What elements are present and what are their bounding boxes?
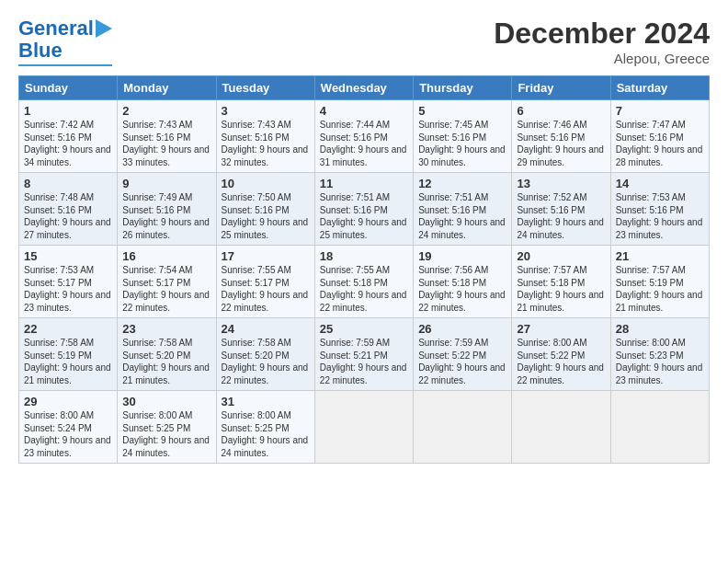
day-cell: 30Sunrise: 8:00 AMSunset: 5:25 PMDayligh… <box>118 391 216 464</box>
day-cell: 24Sunrise: 7:58 AMSunset: 5:20 PMDayligh… <box>216 318 314 391</box>
day-number: 25 <box>320 322 408 336</box>
day-info: Sunrise: 8:00 AMSunset: 5:22 PMDaylight:… <box>517 338 604 385</box>
logo: General Blue <box>18 17 112 66</box>
day-info: Sunrise: 7:48 AMSunset: 5:16 PMDaylight:… <box>24 192 111 240</box>
day-cell <box>314 391 413 464</box>
day-number: 16 <box>122 249 210 263</box>
day-info: Sunrise: 7:46 AMSunset: 5:16 PMDaylight:… <box>517 120 604 167</box>
day-cell: 12Sunrise: 7:51 AMSunset: 5:16 PMDayligh… <box>414 173 512 246</box>
day-info: Sunrise: 8:00 AMSunset: 5:23 PMDaylight:… <box>616 338 703 385</box>
logo-underline <box>18 64 112 66</box>
day-info: Sunrise: 7:57 AMSunset: 5:19 PMDaylight:… <box>616 265 703 313</box>
day-number: 9 <box>122 177 210 190</box>
day-number: 12 <box>418 177 506 190</box>
day-info: Sunrise: 7:58 AMSunset: 5:20 PMDaylight:… <box>122 338 210 385</box>
day-info: Sunrise: 7:58 AMSunset: 5:20 PMDaylight:… <box>222 338 309 385</box>
day-number: 2 <box>122 104 210 118</box>
day-cell: 16Sunrise: 7:54 AMSunset: 5:17 PMDayligh… <box>118 246 216 318</box>
day-cell: 19Sunrise: 7:56 AMSunset: 5:18 PMDayligh… <box>414 246 512 318</box>
day-number: 21 <box>616 249 704 263</box>
day-info: Sunrise: 7:55 AMSunset: 5:18 PMDaylight:… <box>320 265 407 313</box>
day-info: Sunrise: 8:00 AMSunset: 5:25 PMDaylight:… <box>222 410 309 458</box>
col-header-wednesday: Wednesday <box>314 76 413 100</box>
day-cell: 25Sunrise: 7:59 AMSunset: 5:21 PMDayligh… <box>314 318 413 391</box>
day-number: 31 <box>222 395 310 408</box>
day-info: Sunrise: 7:47 AMSunset: 5:16 PMDaylight:… <box>616 120 703 167</box>
day-cell: 11Sunrise: 7:51 AMSunset: 5:16 PMDayligh… <box>314 173 413 246</box>
col-header-saturday: Saturday <box>610 76 709 100</box>
day-number: 28 <box>616 322 704 336</box>
day-info: Sunrise: 7:50 AMSunset: 5:16 PMDaylight:… <box>222 192 309 240</box>
day-cell: 26Sunrise: 7:59 AMSunset: 5:22 PMDayligh… <box>414 318 512 391</box>
day-info: Sunrise: 7:59 AMSunset: 5:22 PMDaylight:… <box>418 338 506 385</box>
day-number: 1 <box>24 104 112 118</box>
day-info: Sunrise: 7:59 AMSunset: 5:21 PMDaylight:… <box>320 338 407 385</box>
day-number: 10 <box>222 177 310 190</box>
week-row-3: 15Sunrise: 7:53 AMSunset: 5:17 PMDayligh… <box>19 246 710 318</box>
day-cell: 20Sunrise: 7:57 AMSunset: 5:18 PMDayligh… <box>512 246 610 318</box>
day-number: 29 <box>24 395 112 408</box>
day-cell: 28Sunrise: 8:00 AMSunset: 5:23 PMDayligh… <box>610 318 709 391</box>
day-number: 8 <box>24 177 112 190</box>
day-number: 14 <box>616 177 704 190</box>
day-cell: 10Sunrise: 7:50 AMSunset: 5:16 PMDayligh… <box>216 173 314 246</box>
day-cell <box>512 391 610 464</box>
day-number: 11 <box>320 177 408 190</box>
day-number: 17 <box>222 249 310 263</box>
day-number: 23 <box>122 322 210 336</box>
week-row-2: 8Sunrise: 7:48 AMSunset: 5:16 PMDaylight… <box>19 173 710 246</box>
day-cell: 31Sunrise: 8:00 AMSunset: 5:25 PMDayligh… <box>216 391 314 464</box>
week-row-5: 29Sunrise: 8:00 AMSunset: 5:24 PMDayligh… <box>19 391 710 464</box>
day-info: Sunrise: 7:58 AMSunset: 5:19 PMDaylight:… <box>24 338 111 385</box>
col-header-thursday: Thursday <box>414 76 512 100</box>
day-number: 13 <box>517 177 605 190</box>
day-cell <box>414 391 512 464</box>
day-info: Sunrise: 7:42 AMSunset: 5:16 PMDaylight:… <box>24 120 111 167</box>
day-info: Sunrise: 7:51 AMSunset: 5:16 PMDaylight:… <box>320 192 407 240</box>
calendar-table: SundayMondayTuesdayWednesdayThursdayFrid… <box>18 75 710 464</box>
day-cell: 7Sunrise: 7:47 AMSunset: 5:16 PMDaylight… <box>610 100 709 173</box>
col-header-friday: Friday <box>512 76 610 100</box>
day-number: 4 <box>320 104 408 118</box>
day-cell: 15Sunrise: 7:53 AMSunset: 5:17 PMDayligh… <box>19 246 118 318</box>
logo-blue: Blue <box>18 39 63 63</box>
day-info: Sunrise: 7:57 AMSunset: 5:18 PMDaylight:… <box>517 265 604 313</box>
day-number: 7 <box>616 104 704 118</box>
day-cell: 29Sunrise: 8:00 AMSunset: 5:24 PMDayligh… <box>19 391 118 464</box>
day-number: 6 <box>517 104 605 118</box>
day-info: Sunrise: 7:45 AMSunset: 5:16 PMDaylight:… <box>418 120 506 167</box>
day-number: 27 <box>517 322 605 336</box>
page-header: General Blue December 2024 Alepou, Greec… <box>18 17 710 66</box>
day-info: Sunrise: 7:44 AMSunset: 5:16 PMDaylight:… <box>320 120 407 167</box>
day-cell: 23Sunrise: 7:58 AMSunset: 5:20 PMDayligh… <box>118 318 216 391</box>
day-number: 19 <box>418 249 506 263</box>
day-number: 3 <box>222 104 310 118</box>
day-info: Sunrise: 7:54 AMSunset: 5:17 PMDaylight:… <box>122 265 210 313</box>
logo-general: General <box>18 17 94 40</box>
day-number: 22 <box>24 322 112 336</box>
day-info: Sunrise: 7:52 AMSunset: 5:16 PMDaylight:… <box>517 192 604 240</box>
day-cell: 4Sunrise: 7:44 AMSunset: 5:16 PMDaylight… <box>314 100 413 173</box>
day-info: Sunrise: 7:51 AMSunset: 5:16 PMDaylight:… <box>418 192 506 240</box>
day-cell: 27Sunrise: 8:00 AMSunset: 5:22 PMDayligh… <box>512 318 610 391</box>
col-header-monday: Monday <box>118 76 216 100</box>
week-row-1: 1Sunrise: 7:42 AMSunset: 5:16 PMDaylight… <box>19 100 710 173</box>
day-info: Sunrise: 7:43 AMSunset: 5:16 PMDaylight:… <box>222 120 309 167</box>
day-number: 30 <box>122 395 210 408</box>
calendar-header-row: SundayMondayTuesdayWednesdayThursdayFrid… <box>19 76 710 100</box>
day-cell: 21Sunrise: 7:57 AMSunset: 5:19 PMDayligh… <box>610 246 709 318</box>
day-info: Sunrise: 7:53 AMSunset: 5:16 PMDaylight:… <box>616 192 703 240</box>
day-cell: 9Sunrise: 7:49 AMSunset: 5:16 PMDaylight… <box>118 173 216 246</box>
day-cell: 14Sunrise: 7:53 AMSunset: 5:16 PMDayligh… <box>610 173 709 246</box>
day-info: Sunrise: 7:49 AMSunset: 5:16 PMDaylight:… <box>122 192 210 240</box>
day-cell: 17Sunrise: 7:55 AMSunset: 5:17 PMDayligh… <box>216 246 314 318</box>
day-cell: 18Sunrise: 7:55 AMSunset: 5:18 PMDayligh… <box>314 246 413 318</box>
day-cell: 6Sunrise: 7:46 AMSunset: 5:16 PMDaylight… <box>512 100 610 173</box>
day-info: Sunrise: 7:43 AMSunset: 5:16 PMDaylight:… <box>122 120 210 167</box>
day-number: 5 <box>418 104 506 118</box>
day-number: 24 <box>222 322 310 336</box>
col-header-tuesday: Tuesday <box>216 76 314 100</box>
day-cell: 1Sunrise: 7:42 AMSunset: 5:16 PMDaylight… <box>19 100 118 173</box>
day-number: 20 <box>517 249 605 263</box>
day-info: Sunrise: 8:00 AMSunset: 5:24 PMDaylight:… <box>24 410 111 458</box>
